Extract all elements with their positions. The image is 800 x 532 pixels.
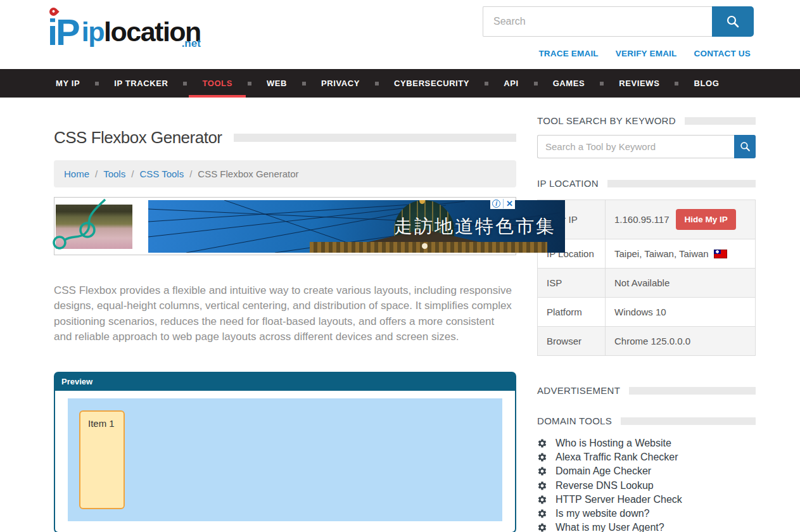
advertisement-heading: ADVERTISEMENT <box>537 385 756 396</box>
domain-tool-link-hosting[interactable]: Who is Hosting a Website <box>537 436 756 450</box>
breadcrumb-tools[interactable]: Tools <box>103 168 125 179</box>
contact-us-link[interactable]: CONTACT US <box>694 49 751 58</box>
nav-item-blog[interactable]: BLOG <box>678 69 734 98</box>
ad-banner[interactable]: 走訪地道特色市集 i ✕ <box>54 197 516 255</box>
domain-tool-link-alexa-rank[interactable]: Alexa Traffic Rank Checker <box>537 450 756 464</box>
nav-item-tools[interactable]: TOOLS <box>187 69 248 98</box>
preview-flex-container: Item 1 <box>68 398 502 521</box>
table-row: Your IP 1.160.95.117 Hide My IP <box>538 200 756 239</box>
nav-item-my-ip[interactable]: MY IP <box>41 69 95 98</box>
header-search <box>483 6 754 37</box>
row-label: Browser <box>538 327 606 356</box>
tool-search-button[interactable] <box>734 135 756 158</box>
row-label: ISP <box>538 269 606 298</box>
heading-decoration-bar <box>685 117 756 125</box>
nav-item-ip-tracker[interactable]: IP TRACKER <box>99 69 183 98</box>
breadcrumb-home[interactable]: Home <box>64 168 89 179</box>
nav-item-privacy[interactable]: PRIVACY <box>306 69 375 98</box>
ad-info-icon[interactable]: i <box>492 200 500 208</box>
main-nav: MY IP IP TRACKER TOOLS WEB PRIVACY CYBER… <box>0 69 800 98</box>
gear-icon <box>537 481 547 491</box>
content: CSS Flexbox Generator Home / Tools / CSS… <box>0 98 800 532</box>
header-search-input[interactable] <box>483 6 712 37</box>
table-row: Platform Windows 10 <box>538 298 756 327</box>
table-row: IP Location Taipei, Taiwan, Taiwan <box>538 239 756 269</box>
domain-tool-link-user-agent[interactable]: What is my User Agent? <box>537 521 756 532</box>
tool-search-heading: TOOL SEARCH BY KEYWORD <box>537 115 756 126</box>
preview-panel-header: Preview <box>55 373 515 391</box>
nav-item-cybersecurity[interactable]: CYBERSECURITY <box>379 69 485 98</box>
domain-tool-link-domain-age[interactable]: Domain Age Checker <box>537 464 756 478</box>
ad-thumbnail-image <box>56 205 132 249</box>
ip-location-heading: IP LOCATION <box>537 178 756 189</box>
domain-tool-link-website-down[interactable]: Is my website down? <box>537 507 756 521</box>
ad-caption: 走訪地道特色市集 <box>394 214 556 239</box>
gear-icon <box>537 466 547 476</box>
domain-tool-link-http-header[interactable]: HTTP Server Header Check <box>537 493 756 507</box>
trace-email-link[interactable]: TRACE EMAIL <box>538 49 598 58</box>
site-header: iP iplocation .net TRACE EMAIL VERIFY EM… <box>0 0 800 69</box>
tool-search <box>537 135 756 158</box>
ip-location-value: Taipei, Taiwan, Taiwan <box>614 248 709 259</box>
ip-location-table: Your IP 1.160.95.117 Hide My IP IP Locat… <box>537 200 756 356</box>
gear-icon <box>537 438 547 448</box>
route-line-graphic <box>51 197 146 260</box>
domain-tool-link-reverse-dns[interactable]: Reverse DNS Lookup <box>537 479 756 493</box>
table-row: ISP Not Available <box>538 269 756 298</box>
nav-item-api[interactable]: API <box>488 69 533 98</box>
tool-description: CSS Flexbox provides a flexible and intu… <box>54 283 515 345</box>
preview-panel: Preview Item 1 <box>54 372 516 532</box>
breadcrumb-current: CSS Flexbox Generator <box>198 168 298 179</box>
main-column: CSS Flexbox Generator Home / Tools / CSS… <box>54 115 516 532</box>
taiwan-flag-icon <box>714 250 727 258</box>
site-logo[interactable]: iP iplocation .net <box>48 5 201 51</box>
nav-item-games[interactable]: GAMES <box>538 69 600 98</box>
sidebar: TOOL SEARCH BY KEYWORD IP LOCATION Your … <box>537 115 756 532</box>
verify-email-link[interactable]: VERIFY EMAIL <box>616 49 677 58</box>
ad-close-icon[interactable]: ✕ <box>503 199 513 208</box>
your-ip-value: 1.160.95.117 <box>614 214 669 225</box>
ad-badges: i ✕ <box>490 198 515 209</box>
hide-my-ip-button[interactable]: Hide My IP <box>676 209 735 230</box>
heading-decoration-bar <box>607 180 756 187</box>
isp-value: Not Available <box>606 269 756 298</box>
title-decoration-bar <box>234 134 516 142</box>
logo-mark: iP <box>48 5 79 51</box>
header-search-button[interactable] <box>712 6 754 37</box>
platform-value: Windows 10 <box>606 298 756 327</box>
page-title: CSS Flexbox Generator <box>54 128 222 148</box>
preview-panel-body: Item 1 <box>55 391 515 532</box>
header-links: TRACE EMAIL VERIFY EMAIL CONTACT US <box>538 49 751 58</box>
nav-item-reviews[interactable]: REVIEWS <box>604 69 675 98</box>
tool-search-input[interactable] <box>537 135 734 158</box>
gear-icon <box>537 495 547 505</box>
logo-net-suffix: .net <box>182 30 201 57</box>
gear-icon <box>537 522 547 532</box>
nav-item-web[interactable]: WEB <box>251 69 302 98</box>
domain-tools-list: Who is Hosting a Website Alexa Traffic R… <box>537 436 756 532</box>
domain-tools-heading: DOMAIN TOOLS <box>537 415 756 426</box>
row-label: Platform <box>538 298 606 327</box>
heading-decoration-bar <box>621 417 756 425</box>
table-row: Browser Chrome 125.0.0.0 <box>538 327 756 356</box>
search-icon <box>739 141 751 153</box>
browser-value: Chrome 125.0.0.0 <box>606 327 756 356</box>
search-icon <box>725 14 740 29</box>
gear-icon <box>537 509 547 519</box>
logo-wordmark: iplocation .net <box>82 18 201 51</box>
preview-flex-item: Item 1 <box>79 410 125 509</box>
breadcrumb: Home / Tools / CSS Tools / CSS Flexbox G… <box>54 160 516 187</box>
breadcrumb-css-tools[interactable]: CSS Tools <box>139 168 184 179</box>
gear-icon <box>537 452 547 462</box>
heading-decoration-bar <box>629 387 756 395</box>
